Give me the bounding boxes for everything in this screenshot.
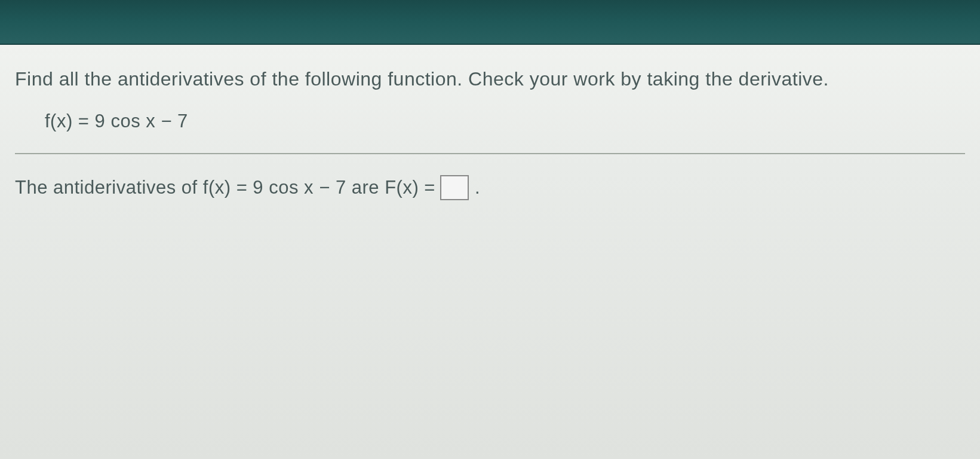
app-header xyxy=(0,0,980,45)
instruction-text: Find all the antiderivatives of the foll… xyxy=(15,66,965,93)
section-divider xyxy=(15,153,965,154)
answer-input[interactable] xyxy=(440,175,469,200)
answer-suffix: . xyxy=(475,177,480,198)
answer-row: The antiderivatives of f(x) = 9 cos x − … xyxy=(15,175,965,200)
function-definition: f(x) = 9 cos x − 7 xyxy=(45,111,965,132)
answer-prefix: The antiderivatives of f(x) = 9 cos x − … xyxy=(15,177,435,198)
question-content: Find all the antiderivatives of the foll… xyxy=(0,45,980,459)
